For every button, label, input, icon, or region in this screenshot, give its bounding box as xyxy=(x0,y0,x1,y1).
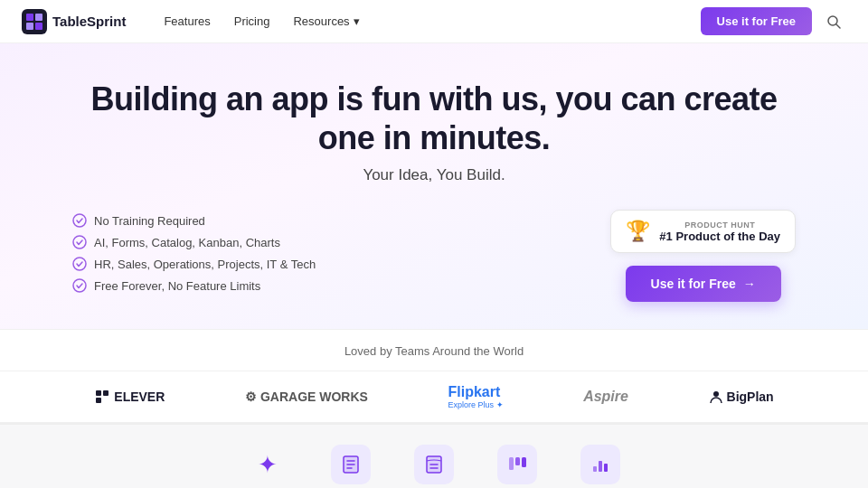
charts-icon xyxy=(580,445,620,484)
catalog-icon xyxy=(414,445,454,484)
feature-item-3: HR, Sales, Operations, Projects, IT & Te… xyxy=(72,257,316,271)
ph-title: #1 Product of the Day xyxy=(659,230,780,243)
bigplan-icon xyxy=(709,389,723,404)
feature-item-2: AI, Forms, Catalog, Kanban, Charts xyxy=(72,235,316,249)
svg-point-14 xyxy=(713,391,719,397)
logo-text: TableSprint xyxy=(52,14,126,29)
brand-garage: ⚙ GARAGE WORKS xyxy=(245,389,368,404)
svg-line-6 xyxy=(836,24,840,28)
check-icon-3 xyxy=(72,257,87,271)
arrow-icon: → xyxy=(743,277,756,291)
check-icon-4 xyxy=(72,278,87,293)
svg-rect-4 xyxy=(35,23,42,30)
svg-rect-12 xyxy=(103,390,108,396)
svg-rect-0 xyxy=(22,9,47,34)
hero-subtitle: Your Idea, You Build. xyxy=(72,166,796,184)
nav-links: Features Pricing Resources ▾ xyxy=(155,9,700,33)
svg-rect-3 xyxy=(26,23,33,30)
svg-rect-1 xyxy=(26,14,33,21)
nav-resources[interactable]: Resources ▾ xyxy=(284,9,368,33)
feature-item-4: Free Forever, No Feature Limits xyxy=(72,278,316,293)
loved-section: Loved by Teams Around the World ELEVER ⚙… xyxy=(0,329,868,423)
hero-features: No Training Required AI, Forms, Catalog,… xyxy=(72,210,316,293)
brand-aspire: Aspire xyxy=(583,389,628,405)
hero-right: 🏆 PRODUCT HUNT #1 Product of the Day Use… xyxy=(610,210,796,302)
svg-rect-28 xyxy=(599,461,602,472)
search-button[interactable] xyxy=(821,11,846,33)
chevron-down-icon: ▾ xyxy=(354,14,360,28)
brand-elever: ELEVER xyxy=(94,389,165,405)
flipkart-sub: Explore Plus ✦ xyxy=(448,400,504,409)
features-icons-row: ✦ AI Form xyxy=(0,445,868,488)
brand-flipkart: Flipkart Explore Plus ✦ xyxy=(448,384,504,409)
garage-icon: ⚙ xyxy=(245,389,257,404)
svg-rect-29 xyxy=(604,464,608,472)
loved-title: Loved by Teams Around the World xyxy=(0,344,868,358)
brand-bigplan: BigPlan xyxy=(709,389,774,404)
feature-tab-ai[interactable]: ✦ AI xyxy=(248,445,288,488)
svg-point-7 xyxy=(73,214,86,227)
elever-icon xyxy=(94,389,110,405)
svg-rect-25 xyxy=(515,457,520,465)
kanban-icon xyxy=(497,445,537,484)
nav-actions: Use it for Free xyxy=(701,7,846,35)
product-hunt-badge: 🏆 PRODUCT HUNT #1 Product of the Day xyxy=(610,210,796,253)
feature-tab-form[interactable]: Form xyxy=(331,445,371,488)
features-section: ✦ AI Form xyxy=(0,423,868,488)
navbar: TableSprint Features Pricing Resources ▾… xyxy=(0,0,868,43)
svg-rect-27 xyxy=(593,466,597,472)
logo[interactable]: TableSprint xyxy=(22,9,126,34)
feature-item-1: No Training Required xyxy=(72,213,316,228)
check-icon-1 xyxy=(72,213,87,228)
svg-rect-11 xyxy=(96,390,101,396)
svg-point-9 xyxy=(73,258,86,270)
search-icon xyxy=(826,14,841,29)
ai-icon: ✦ xyxy=(248,445,288,484)
svg-point-10 xyxy=(73,279,86,292)
svg-rect-26 xyxy=(522,457,526,467)
svg-point-8 xyxy=(73,236,86,249)
svg-rect-13 xyxy=(96,398,101,403)
logos-row: ELEVER ⚙ GARAGE WORKS Flipkart Explore P… xyxy=(0,371,868,423)
hero-title: Building an app is fun with us, you can … xyxy=(72,80,796,157)
hero-cta-button[interactable]: Use it for Free → xyxy=(626,266,781,302)
nav-features[interactable]: Features xyxy=(155,9,219,33)
hero-content: No Training Required AI, Forms, Catalog,… xyxy=(72,210,796,302)
feature-tab-kanban[interactable]: Kanban xyxy=(497,445,537,488)
logo-icon xyxy=(22,9,47,34)
nav-cta-button[interactable]: Use it for Free xyxy=(701,7,812,35)
svg-rect-24 xyxy=(509,457,514,470)
check-icon-2 xyxy=(72,235,87,249)
hero-section: Building an app is fun with us, you can … xyxy=(0,43,868,329)
feature-tab-charts[interactable]: Charts xyxy=(580,445,620,488)
trophy-icon: 🏆 xyxy=(626,220,650,243)
svg-rect-2 xyxy=(35,14,42,21)
ph-label: PRODUCT HUNT xyxy=(659,221,780,230)
form-icon xyxy=(331,445,371,484)
feature-tab-catalog[interactable]: Catalog xyxy=(414,445,454,488)
nav-pricing[interactable]: Pricing xyxy=(225,9,279,33)
